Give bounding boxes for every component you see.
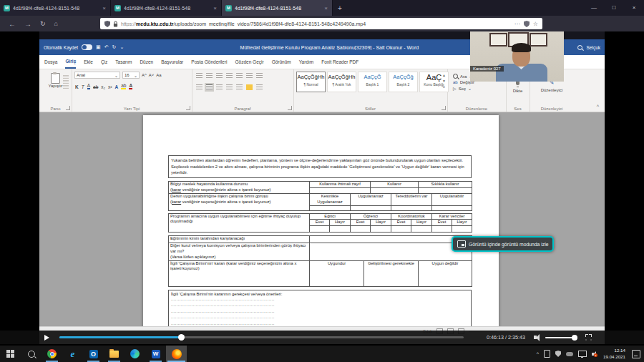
fullscreen-icon[interactable]: [585, 334, 592, 341]
copy-icon: [63, 80, 69, 84]
cut-icon: [63, 75, 69, 79]
action-center-icon[interactable]: [632, 350, 640, 358]
highlight-icon: ab: [121, 83, 126, 89]
line-spacing-icon: [236, 84, 243, 90]
bookmark-star-icon[interactable]: ☆: [533, 21, 538, 27]
taskbar-file-explorer[interactable]: [104, 346, 125, 362]
editor-button: Düzenleyici: [530, 88, 574, 92]
format-painter-icon: [63, 85, 69, 89]
volume-icon[interactable]: [534, 336, 537, 339]
autosave-toggle: [82, 44, 92, 50]
align-center-icon: [206, 84, 213, 90]
tab-gozden-gecir: Gözden Geçir: [235, 56, 264, 68]
taskbar-word[interactable]: W: [145, 346, 166, 362]
tab-close-icon[interactable]: ×: [102, 5, 107, 11]
tab-ciz: Çiz: [101, 56, 107, 68]
clock-time: 12:14: [603, 348, 625, 354]
participant-name-badge: Karadeniz 027: [470, 66, 504, 72]
folder-icon: [109, 351, 119, 358]
usage-table: Bilgiyi meslek hayatında kullanma durumu…: [168, 181, 472, 194]
taskbar-firefox-active[interactable]: [166, 346, 187, 362]
start-button[interactable]: [0, 346, 21, 362]
desktop: M 4d1f98f4-dfe8-4124-8151-548 × M 4d1f98…: [0, 0, 644, 362]
select-button: ▷Seç⌄: [453, 86, 474, 91]
home-icon[interactable]: ⌂: [54, 20, 58, 27]
minimize-button[interactable]: —: [584, 0, 604, 16]
usage-col1: Kullanma ihtimali zayıf: [310, 182, 371, 188]
increase-indent-icon: [236, 73, 243, 79]
maximize-button[interactable]: □: [604, 0, 624, 16]
clock-date: 19.04.2021: [603, 354, 625, 361]
borders-icon: [256, 84, 263, 90]
url-host: medu.ktu.edu.tr: [136, 21, 174, 26]
decrease-indent-icon: [226, 73, 233, 79]
new-tab-button[interactable]: +: [333, 0, 347, 16]
save-icon: ▣: [96, 44, 101, 50]
url-scheme: https://: [121, 21, 136, 26]
browser-tab-2[interactable]: M 4d1f98f4-dfe8-4124-8151-548 ×: [111, 0, 222, 16]
taskbar-outlook[interactable]: O: [83, 346, 104, 362]
taskbar-clock[interactable]: 12:14 19.04.2021: [603, 348, 625, 361]
chrome-icon: [47, 349, 57, 358]
decision-table: Eğitiminin kimin tarafından karşılanacağ…: [168, 235, 472, 286]
replace-icon: ab: [453, 80, 458, 84]
tab-close-icon[interactable]: ×: [323, 5, 328, 11]
text-effects-icon: A: [114, 84, 118, 89]
back-icon[interactable]: ←: [9, 20, 16, 28]
strikethrough-icon: ab: [93, 84, 98, 89]
video-controls: 0:46:13 / 2:35:43: [0, 331, 644, 344]
hidden-icons-chevron[interactable]: ^: [537, 351, 539, 356]
pip-button[interactable]: Görüntü içinde görüntü modunda izle: [452, 236, 554, 252]
style-heading1: AaÇçĞBaşlık 1: [358, 72, 387, 92]
training-need-table: Programın amacına uygun uygulanabilmesi …: [168, 213, 472, 233]
url-text[interactable]: https://medu.ktu.edu.tr/uploads/zoom_mee…: [121, 21, 512, 26]
firefox-icon: [172, 349, 182, 359]
tab-favicon: M: [114, 5, 121, 11]
align-left-icon: [196, 84, 203, 90]
page-actions-icon[interactable]: ⋯: [514, 21, 520, 27]
forward-icon[interactable]: →: [24, 20, 31, 28]
url-path: /uploads/zoom_meeting/file_video/7586/4d…: [174, 21, 366, 26]
taskbar-internet-explorer[interactable]: e: [62, 346, 83, 362]
bullets-icon: [196, 73, 203, 79]
styles-dialog-launcher: [441, 106, 446, 110]
lock-icon[interactable]: [113, 21, 118, 27]
training-need-label: Programın amacına uygun uygulanabilmesi …: [169, 213, 310, 233]
font-dialog-launcher: [186, 106, 190, 110]
volume-muted-icon[interactable]: x: [592, 353, 594, 356]
taskbar-search-button[interactable]: [21, 346, 42, 362]
font-group: Arial⌄ 16⌄ A^ A˅ Aa K T A ab x₂ x² A: [72, 69, 192, 112]
browser-tab-3-active[interactable]: M 4d1f98f4-dfe8-4124-8151-548 ×: [222, 0, 333, 16]
url-bar[interactable]: https://medu.ktu.edu.tr/uploads/zoom_mee…: [100, 18, 542, 29]
close-button[interactable]: ×: [624, 0, 644, 16]
reload-icon[interactable]: ↻: [40, 20, 46, 27]
funding-label: Eğitiminin kimin tarafından karşılanacağ…: [169, 236, 310, 243]
clipboard-icon: [51, 73, 60, 84]
usb-device-icon[interactable]: [544, 350, 550, 358]
multilevel-list-icon: [216, 73, 223, 79]
tracking-shield-icon[interactable]: [104, 21, 110, 27]
onedrive-icon[interactable]: [566, 352, 573, 356]
browser-toolbar: ← → ↻ ⌂ https://medu.ktu.edu.tr/uploads/…: [0, 16, 644, 31]
wall-frame: [489, 33, 507, 47]
autosave-label: Otomatik Kaydet: [44, 45, 78, 50]
shield-check-icon[interactable]: [524, 21, 530, 27]
show-marks-icon: [256, 73, 263, 79]
play-icon[interactable]: [44, 335, 49, 341]
browser-tab-1[interactable]: M 4d1f98f4-dfe8-4124-8151-548 ×: [0, 0, 111, 16]
tab-close-icon[interactable]: ×: [213, 5, 218, 11]
video-player[interactable]: Otomatik Kaydet ▣ ↶ ↻ ⌄ Müfredat Gelişti…: [0, 31, 644, 346]
antivirus-icon[interactable]: x: [555, 351, 561, 357]
tab-duzen: Düzen: [140, 56, 153, 68]
select-icon: ▷: [453, 86, 457, 91]
taskbar-edge[interactable]: [125, 346, 145, 362]
usage-label: Bilgiyi meslek hayatında kullanma durumu…: [169, 182, 310, 194]
network-display-icon[interactable]: [578, 351, 587, 357]
windows-taskbar: e O W ^ x x 12:14 19.04.2021: [0, 346, 644, 362]
volume-slider[interactable]: [545, 337, 575, 338]
taskbar-chrome[interactable]: [42, 346, 62, 362]
seek-bar[interactable]: [59, 336, 464, 338]
tab-yardim: Yardım: [299, 56, 313, 68]
seek-handle[interactable]: [178, 334, 185, 341]
font-color-icon: A: [129, 83, 132, 89]
